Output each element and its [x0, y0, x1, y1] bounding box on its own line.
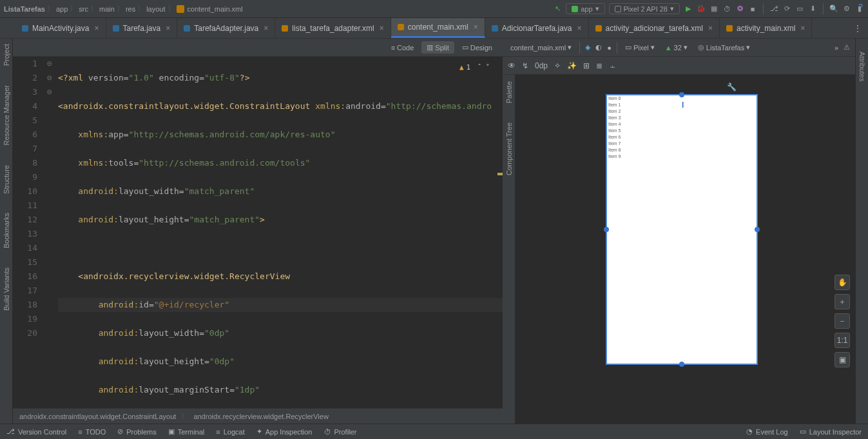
crumb-constraintlayout[interactable]: androidx.constraintlayout.widget.Constra… [19, 413, 176, 420]
close-icon[interactable]: × [474, 23, 478, 32]
crumb-app[interactable]: app [56, 5, 68, 13]
tab-overflow[interactable]: ⋮ [847, 18, 868, 38]
crumb-layout[interactable]: layout [146, 5, 165, 13]
zoom-out[interactable]: － [834, 313, 850, 329]
design-surface-icon[interactable]: ↯ [522, 61, 528, 70]
marker-bar[interactable] [496, 57, 503, 408]
theme-combo[interactable]: ◎ ListaTarefas ▾ [695, 43, 753, 52]
status-profiler[interactable]: ⏱ Profiler [324, 428, 357, 436]
tool-attributes[interactable]: Attributes [858, 52, 866, 81]
close-icon[interactable]: × [264, 24, 268, 33]
tab-tarefaadapter[interactable]: TarefaAdapter.java× [177, 18, 275, 38]
preview-item: Item 4 [607, 121, 757, 128]
warning-marker[interactable] [497, 173, 503, 175]
status-event-log[interactable]: ◔ Event Log [746, 427, 788, 436]
crumb-file[interactable]: content_main.xml [188, 5, 243, 13]
status-todo[interactable]: ≡ TODO [78, 428, 106, 436]
close-icon[interactable]: × [800, 24, 805, 33]
java-icon [22, 25, 28, 32]
tab-adicionartarefa[interactable]: AdicionarTarefa.java× [485, 18, 589, 38]
device-combo[interactable]: Pixel 2 API 28▾ [609, 3, 680, 14]
sdk-icon[interactable]: ⬇ [808, 5, 817, 14]
zoom-fit[interactable]: ▣ [834, 352, 850, 367]
crumb-res[interactable]: res [126, 5, 135, 13]
constraint-handle-bottom[interactable] [679, 362, 684, 367]
help-icon[interactable]: ? [858, 3, 863, 12]
crumb-main[interactable]: main [99, 5, 115, 13]
status-problems[interactable]: ⊘ Problems [117, 427, 156, 436]
search-icon[interactable]: 🔍 [829, 5, 838, 14]
status-logcat[interactable]: ≡ Logcat [216, 428, 244, 436]
device-frame[interactable]: 🔧 I Item 0Item 1Item 2Item 3Item 4Item 5… [606, 94, 758, 365]
device-combo[interactable]: ▭ Pixel ▾ [622, 43, 657, 52]
close-icon[interactable]: × [380, 24, 384, 33]
xml-icon [282, 25, 288, 32]
default-margins-icon[interactable]: ⊞ [583, 61, 590, 70]
palette-tab[interactable]: Palette [505, 81, 513, 103]
mode-split[interactable]: ▥ Split [421, 41, 454, 54]
settings-icon[interactable]: ⚙ [842, 5, 851, 14]
zoom-1to1[interactable]: 1:1 [834, 333, 850, 348]
tab-lista-adapter-xml[interactable]: lista_tarefa_adapter.xml× [275, 18, 391, 38]
tool-build-variants[interactable]: Build Variants [3, 268, 10, 311]
crumb-src[interactable]: src [79, 5, 88, 13]
avd-icon[interactable]: ▭ [795, 5, 804, 14]
tab-content-main-xml[interactable]: content_main.xml× [391, 18, 485, 38]
tab-activity-main-xml[interactable]: activity_main.xml× [720, 18, 812, 38]
pan-tool[interactable]: ✋ [834, 275, 850, 290]
run-icon[interactable]: ▶ [684, 5, 693, 14]
crumb-project[interactable]: ListaTarefas [4, 5, 45, 13]
mode-design[interactable]: ▭ Design [457, 41, 497, 54]
design-canvas[interactable]: 🔧 I Item 0Item 1Item 2Item 3Item 4Item 5… [516, 75, 855, 424]
crumb-recyclerview[interactable]: androidx.recyclerview.widget.RecyclerVie… [193, 413, 329, 420]
status-version-control[interactable]: ⎇ Version Control [6, 427, 66, 436]
constraint-handle-left[interactable] [604, 227, 609, 232]
guidelines-icon[interactable]: ⫠ [609, 61, 617, 70]
tool-resource-manager[interactable]: Resource Manager [3, 85, 10, 146]
attach-icon[interactable]: ❂ [735, 5, 744, 14]
surface-icon[interactable]: ◈ [585, 43, 590, 52]
api-combo[interactable]: ▲ 32 ▾ [662, 43, 690, 52]
zoom-value[interactable]: 0dp [535, 61, 548, 70]
status-layout-inspector[interactable]: ▭ Layout Inspector [800, 427, 862, 436]
status-app-inspection[interactable]: ✦ App Inspection [256, 427, 313, 436]
nightmode-icon[interactable]: ● [607, 44, 612, 52]
layout-file-combo[interactable]: content_main.xml ▾ [508, 43, 574, 52]
mode-code[interactable]: ≡ Code [386, 42, 420, 54]
tab-tarefa[interactable]: Tarefa.java× [106, 18, 178, 38]
tool-bookmarks[interactable]: Bookmarks [3, 213, 10, 248]
component-tree-tab[interactable]: Component Tree [505, 122, 513, 175]
sync-icon[interactable]: ⟳ [782, 5, 791, 14]
profile-icon[interactable]: ⏱ [722, 5, 731, 14]
stop-icon[interactable]: ■ [748, 5, 757, 14]
debug-icon[interactable]: 🐞 [697, 5, 706, 14]
close-icon[interactable]: × [708, 24, 713, 33]
warning-badge-icon[interactable]: ⚠ [844, 43, 850, 52]
magic-wand-icon[interactable]: ✧ [554, 61, 561, 70]
code-content[interactable]: <?xml version="1.0" encoding="utf-8"?> <… [55, 57, 503, 408]
close-icon[interactable]: × [577, 24, 582, 33]
git-branch-icon[interactable]: ⎇ [769, 5, 778, 14]
tool-project[interactable]: Project [3, 44, 10, 66]
constraint-handle-top[interactable] [679, 92, 684, 97]
close-icon[interactable]: × [94, 24, 99, 33]
align-icon[interactable]: ≣ [596, 61, 603, 70]
fold-gutter[interactable]: ⊖ ⊖ ⊖ [44, 57, 55, 408]
autoconnect-icon[interactable]: ✨ [567, 61, 577, 70]
wrench-icon[interactable]: 🔧 [727, 83, 737, 92]
view-options-icon[interactable]: 👁 [508, 61, 516, 70]
zoom-in[interactable]: ＋ [834, 294, 850, 309]
tab-activity-adicionar-xml[interactable]: activity_adicionar_tarefa.xml× [589, 18, 720, 38]
code-area[interactable]: 1234567891011121314151617181920 ⊖ ⊖ ⊖ <?… [13, 57, 503, 408]
coverage-icon[interactable]: ▦ [709, 5, 719, 14]
make-project-icon[interactable]: ↖ [553, 5, 562, 14]
tab-mainactivity[interactable]: MainActivity.java× [15, 18, 106, 38]
status-terminal[interactable]: ▣ Terminal [168, 427, 205, 436]
constraint-handle-right[interactable] [755, 227, 760, 232]
xml-icon [726, 25, 733, 32]
orientation-icon[interactable]: ◐ [595, 43, 602, 52]
run-config-combo[interactable]: app▾ [566, 3, 604, 14]
tool-structure[interactable]: Structure [3, 165, 10, 194]
inspection-indicator[interactable]: ▲ 1 ˆ ˅ [459, 61, 490, 75]
close-icon[interactable]: × [166, 24, 170, 33]
